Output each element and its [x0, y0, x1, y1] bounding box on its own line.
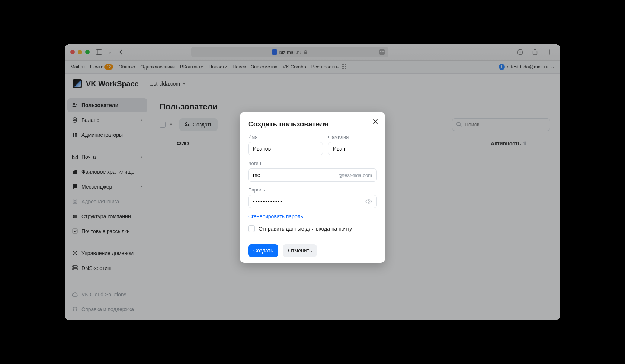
- modal-title: Создать пользователя: [248, 120, 377, 128]
- firstname-label: Имя: [248, 134, 323, 140]
- svg-point-26: [368, 201, 369, 202]
- generate-password-link[interactable]: Сгенерировать пароль: [248, 213, 303, 219]
- create-user-modal: Создать пользователя Имя Фамилия Логин @…: [240, 112, 385, 263]
- login-suffix: @test-tilda.com: [339, 173, 372, 178]
- login-label: Логин: [248, 161, 377, 166]
- password-label: Пароль: [248, 187, 377, 193]
- login-field[interactable]: @test-tilda.com: [248, 168, 377, 182]
- modal-footer: Создать Отменить: [240, 238, 385, 263]
- submit-button[interactable]: Создать: [248, 244, 278, 257]
- lastname-label: Фамилия: [328, 134, 385, 140]
- firstname-field[interactable]: [248, 142, 323, 155]
- eye-icon: [365, 199, 372, 204]
- close-button[interactable]: [371, 117, 380, 126]
- checkbox[interactable]: [248, 225, 255, 232]
- send-email-label: Отправить данные для входа на почту: [259, 226, 352, 232]
- cancel-button[interactable]: Отменить: [283, 244, 317, 257]
- lastname-field[interactable]: [328, 142, 385, 155]
- browser-window: ⌄ biz.mail.ru ••• Mail.ru: [65, 44, 560, 320]
- send-email-checkbox-row[interactable]: Отправить данные для входа на почту: [248, 225, 377, 232]
- toggle-password-visibility[interactable]: [365, 199, 372, 204]
- password-field[interactable]: [248, 195, 377, 208]
- close-icon: [373, 119, 378, 124]
